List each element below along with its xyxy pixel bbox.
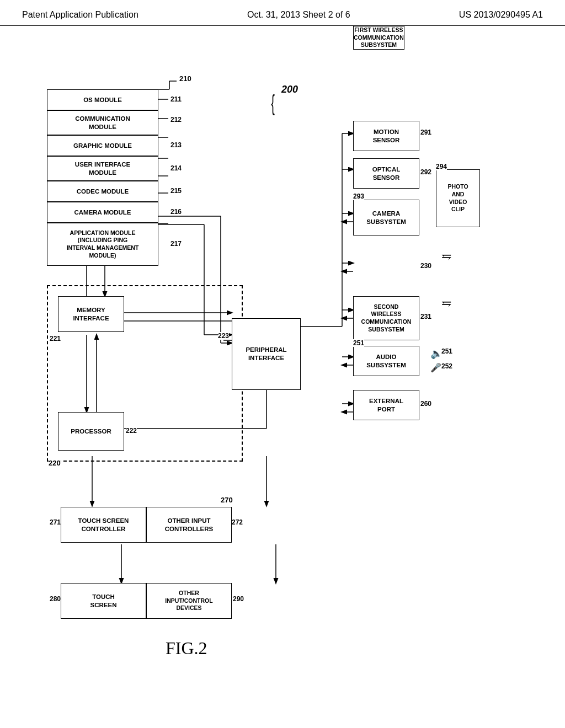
box-app-module: APPLICATION MODULE (INCLUDING PING INTER… bbox=[47, 223, 158, 266]
label-touch-screen: TOUCH SCREEN bbox=[90, 593, 117, 609]
box-photo-video: PHOTO AND VIDEO CLIP bbox=[436, 169, 480, 227]
page-header: Patent Application Publication Oct. 31, … bbox=[0, 0, 565, 26]
ref-291: 291 bbox=[420, 129, 431, 136]
ref-292: 292 bbox=[420, 168, 431, 176]
antenna-first-wireless: ⥧ bbox=[441, 249, 451, 264]
label-200: 200 bbox=[281, 84, 298, 95]
label-camera-sub: CAMERA SUBSYSTEM bbox=[366, 210, 406, 226]
box-graphic-module: GRAPHIC MODULE bbox=[47, 135, 158, 156]
label-touch-ctrl: TOUCH SCREEN CONTROLLER bbox=[78, 517, 129, 533]
bracket-200: { bbox=[271, 91, 275, 116]
label-210: 210 bbox=[179, 74, 191, 83]
box-motion-sensor: MOTION SENSOR bbox=[353, 121, 419, 151]
label-peripheral: PERIPHERAL INTERFACE bbox=[246, 346, 286, 362]
label-os: OS MODULE bbox=[83, 96, 122, 104]
box-other-controllers: OTHER INPUT CONTROLLERS bbox=[146, 507, 232, 543]
label-processor: PROCESSOR bbox=[71, 427, 111, 436]
ref-271: 271 bbox=[50, 518, 61, 526]
box-touch-controller: TOUCH SCREEN CONTROLLER bbox=[61, 507, 146, 543]
box-first-wireless: FIRST WIRELESS COMMUNICATION SUBSYSTEM bbox=[353, 26, 404, 50]
label-external: EXTERNAL PORT bbox=[369, 397, 403, 414]
label-motion: MOTION SENSOR bbox=[373, 128, 400, 144]
ref-272: 272 bbox=[232, 518, 243, 526]
box-ui-module: USER INTERFACE MODULE bbox=[47, 156, 158, 181]
ref-290: 290 bbox=[233, 595, 244, 603]
header-center: Oct. 31, 2013 Sheet 2 of 6 bbox=[247, 10, 350, 20]
box-processor: PROCESSOR bbox=[58, 412, 124, 451]
box-memory-interface: MEMORY INTERFACE bbox=[58, 296, 124, 332]
label-comm: COMMUNICATION MODULE bbox=[75, 115, 130, 131]
label-optical: OPTICAL SENSOR bbox=[372, 165, 400, 182]
label-other-ctrl: OTHER INPUT CONTROLLERS bbox=[165, 517, 214, 533]
ref-230: 230 bbox=[420, 262, 431, 270]
ref-mic: 252 bbox=[441, 362, 452, 370]
box-external-port: EXTERNAL PORT bbox=[353, 390, 419, 420]
label-270: 270 bbox=[221, 496, 233, 504]
speaker-icon: 🔈 bbox=[430, 347, 443, 360]
label-second-wireless: SECOND WIRELESS COMMUNICATION SUBSYSTEM bbox=[361, 303, 412, 334]
box-touch-screen: TOUCH SCREEN bbox=[61, 583, 146, 619]
label-220: 220 bbox=[49, 459, 61, 467]
mic-icon: 🎤 bbox=[430, 362, 441, 373]
label-audio: AUDIO SUBSYSTEM bbox=[366, 353, 406, 370]
label-memory-interface: MEMORY INTERFACE bbox=[73, 306, 109, 323]
box-second-wireless: SECOND WIRELESS COMMUNICATION SUBSYSTEM bbox=[353, 296, 419, 340]
label-other-devices: OTHER INPUT/CONTROL DEVICES bbox=[165, 590, 212, 612]
ref-231: 231 bbox=[420, 313, 431, 320]
box-os-module: OS MODULE bbox=[47, 89, 158, 110]
box-audio: AUDIO SUBSYSTEM bbox=[353, 346, 419, 376]
ref-215: 215 bbox=[170, 187, 182, 195]
ref-293: 293 bbox=[353, 192, 364, 200]
box-camera-subsystem: CAMERA SUBSYSTEM bbox=[353, 200, 419, 235]
ref-280: 280 bbox=[50, 595, 61, 603]
box-codec-module: CODEC MODULE bbox=[47, 181, 158, 202]
ref-260: 260 bbox=[420, 400, 431, 408]
ref-211: 211 bbox=[170, 95, 182, 103]
ref-251: 251 bbox=[353, 339, 364, 347]
label-camera-mod: CAMERA MODULE bbox=[74, 208, 131, 217]
label-photo-video: PHOTO AND VIDEO CLIP bbox=[447, 183, 468, 213]
box-camera-module: CAMERA MODULE bbox=[47, 202, 158, 223]
ref-217: 217 bbox=[170, 240, 182, 248]
ref-216: 216 bbox=[170, 208, 182, 216]
label-ui: USER INTERFACE MODULE bbox=[75, 160, 130, 177]
ref-222: 222 bbox=[126, 427, 137, 435]
box-peripheral-interface: PERIPHERAL INTERFACE bbox=[232, 318, 301, 390]
ref-221: 221 bbox=[50, 335, 61, 342]
box-comm-module: COMMUNICATION MODULE bbox=[47, 110, 158, 135]
ref-212: 212 bbox=[170, 116, 182, 124]
label-codec: CODEC MODULE bbox=[77, 188, 129, 196]
diagram-area: 200 { 210 OS MODULE 211 COMMUNICATION MO… bbox=[0, 26, 565, 721]
header-right: US 2013/0290495 A1 bbox=[459, 10, 543, 20]
label-graphic: GRAPHIC MODULE bbox=[73, 142, 132, 150]
ref-214: 214 bbox=[170, 164, 182, 172]
label-first-wireless: FIRST WIRELESS COMMUNICATION SUBSYSTEM bbox=[354, 26, 404, 49]
antenna-second-wireless: ⥧ bbox=[441, 296, 451, 311]
ref-223: 223 bbox=[218, 332, 229, 340]
ref-speaker: 251 bbox=[441, 347, 452, 355]
ref-294: 294 bbox=[436, 163, 447, 170]
header-left: Patent Application Publication bbox=[22, 10, 138, 20]
ref-213: 213 bbox=[170, 141, 182, 149]
fig-caption: FIG.2 bbox=[166, 638, 207, 659]
box-optical-sensor: OPTICAL SENSOR bbox=[353, 158, 419, 189]
label-app: APPLICATION MODULE (INCLUDING PING INTER… bbox=[67, 229, 139, 260]
box-other-devices: OTHER INPUT/CONTROL DEVICES bbox=[146, 583, 232, 619]
